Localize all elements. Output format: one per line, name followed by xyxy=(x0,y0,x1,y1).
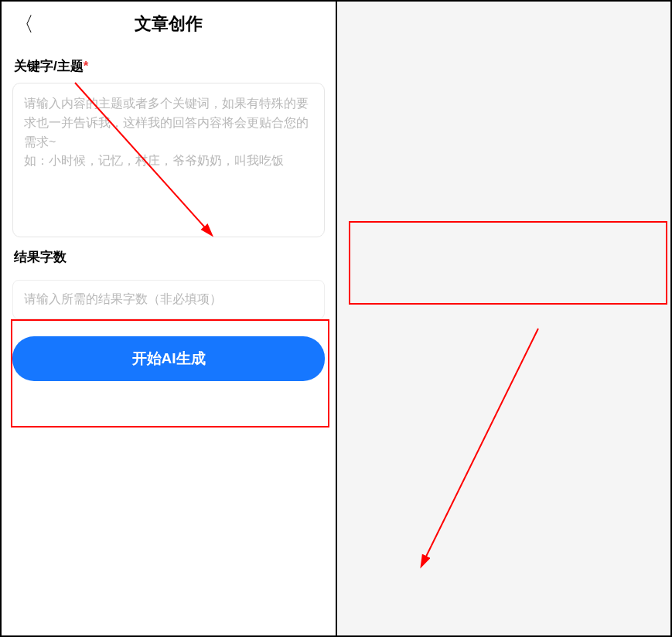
keyword-placeholder: 请输入内容的主题或者多个关键词，如果有特殊的要求也一并告诉我，这样我的回答内容将… xyxy=(24,94,313,226)
result-count-placeholder: 请输入所需的结果字数（非必填项） xyxy=(24,291,313,308)
result-count-label: 结果字数 xyxy=(2,237,336,274)
keyword-input[interactable]: 请输入内容的主题或者多个关键词，如果有特殊的要求也一并告诉我，这样我的回答内容将… xyxy=(12,83,325,237)
page-title: 文章创作 xyxy=(2,12,336,36)
left-screen: 〈 文章创作 关键字/主题* 请输入内容的主题或者多个关键词，如果有特殊的要求也… xyxy=(2,2,337,637)
annotation-arrow-icon xyxy=(414,325,546,572)
header: 〈 文章创作 xyxy=(2,2,336,46)
keyword-label: 关键字/主题* xyxy=(2,46,336,83)
back-icon[interactable]: 〈 xyxy=(14,11,37,38)
svg-line-1 xyxy=(422,329,538,564)
annotation-highlight-box xyxy=(349,221,667,305)
required-mark: * xyxy=(84,59,89,73)
result-count-input[interactable]: 请输入所需的结果字数（非必填项） xyxy=(12,280,325,319)
generate-button[interactable]: 开始AI生成 xyxy=(12,336,325,381)
